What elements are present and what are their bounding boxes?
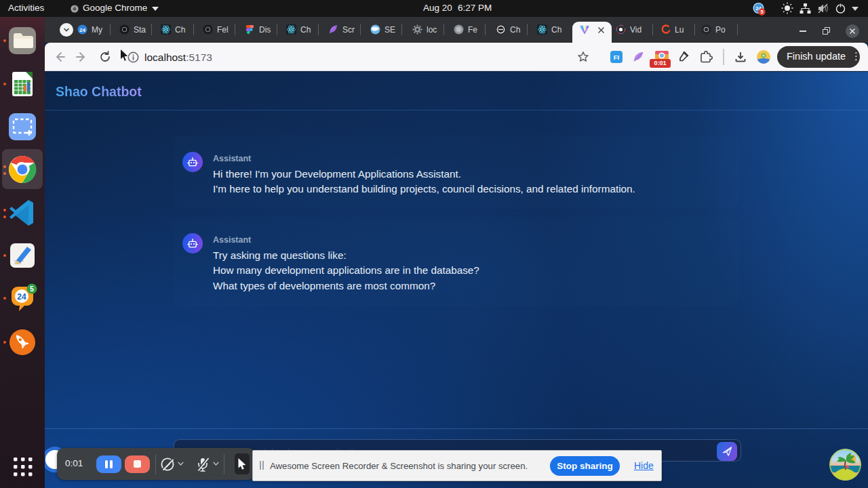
svg-text:24: 24 (79, 27, 85, 33)
svg-text:24: 24 (17, 292, 26, 302)
svg-text:FI: FI (614, 54, 619, 61)
svg-text:5: 5 (30, 285, 34, 293)
svg-text:5: 5 (760, 9, 763, 15)
